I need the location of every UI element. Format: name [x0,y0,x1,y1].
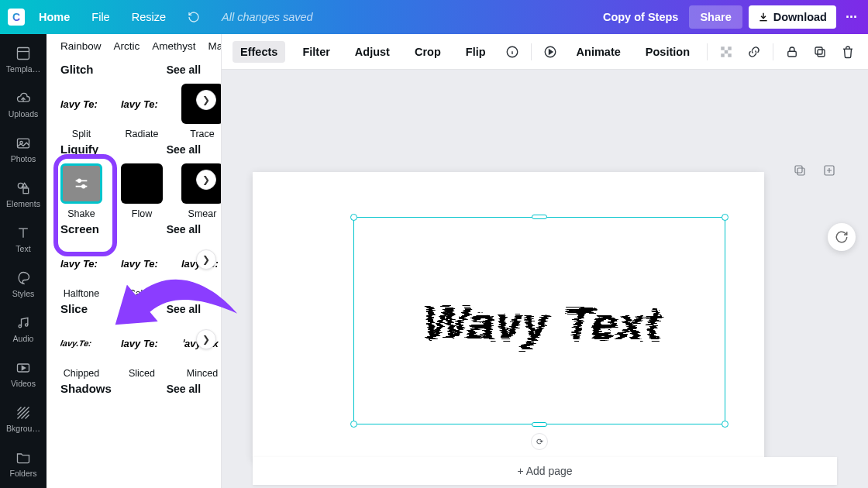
design-page[interactable]: ⟳ Wavy Text [253,172,764,460]
scroll-right-button[interactable]: ❯ [196,170,216,190]
add-page-button[interactable]: + Add page [253,457,837,485]
redo-fab[interactable] [828,223,856,251]
tab-animate[interactable]: Animate [569,41,629,63]
canvas-text[interactable]: Wavy Text [420,295,659,346]
transparency-icon[interactable] [717,43,735,61]
rail-styles[interactable]: Styles [0,262,46,307]
lock-icon[interactable] [783,43,801,61]
chip-rainbow[interactable]: Rainbow [60,40,102,52]
separator [531,43,532,60]
rail-text[interactable]: Text [0,217,46,262]
selection-box[interactable]: ⟳ Wavy Text [353,217,725,424]
svg-point-5 [19,325,21,328]
effect-categories: Rainbow Arctic Amethyst Marm [60,34,221,60]
svg-rect-14 [725,50,728,53]
thumb-radiate[interactable]: lavy Te:Radiate [121,84,163,139]
see-all-link[interactable]: See all [167,64,201,76]
effects-panel: Rainbow Arctic Amethyst Marm GlitchSee a… [46,34,222,488]
svg-rect-12 [721,46,725,50]
section-title: Shadows [60,382,112,395]
separator [707,43,708,60]
trash-icon[interactable] [839,43,857,61]
tab-filter[interactable]: Filter [294,41,337,63]
see-all-link[interactable]: See all [167,383,201,395]
left-rail: Templa… Uploads Photos Elements Text Sty… [0,34,46,488]
undo-button[interactable] [180,0,208,34]
share-button[interactable]: Share [689,5,742,29]
section-glitch: GlitchSee all lavy Te:Split lavy Te:Radi… [60,63,221,139]
svg-rect-0 [18,48,29,60]
section-title: Slice [60,302,88,315]
svg-rect-19 [815,47,822,54]
svg-rect-16 [728,53,732,57]
download-button[interactable]: Download [749,5,836,29]
scroll-right-button[interactable]: ❯ [196,90,216,110]
rotate-handle[interactable]: ⟳ [531,433,548,450]
rail-uploads[interactable]: Uploads [0,82,46,127]
svg-rect-4 [23,188,29,194]
animate-icon[interactable] [541,43,560,61]
chip-arctic[interactable]: Arctic [114,40,140,52]
section-screen: ScreenSee all lavy Te:Halftone lavy Te:C… [60,222,221,299]
more-menu[interactable]: ··· [842,9,860,26]
rail-photos[interactable]: Photos [0,127,46,172]
section-shadows: ShadowsSee all [60,382,221,395]
file-menu[interactable]: File [84,0,117,34]
tune-icon [63,166,100,201]
save-status: All changes saved [214,11,313,23]
rail-templates[interactable]: Templa… [0,37,46,82]
rail-videos[interactable]: Videos [0,352,46,397]
svg-rect-18 [818,50,825,57]
info-icon[interactable] [503,43,522,61]
canvas-stage[interactable]: ⟳ Wavy Text + Add page [222,70,868,488]
tab-adjust[interactable]: Adjust [347,41,398,63]
duplicate-icon[interactable] [811,43,829,61]
copy-page-icon[interactable] [790,161,809,180]
svg-rect-13 [728,46,732,50]
link-icon[interactable] [745,43,763,61]
thumb-flow[interactable]: Flow [121,163,163,219]
separator [773,43,773,60]
chip-amethyst[interactable]: Amethyst [152,40,195,52]
rail-background[interactable]: Bkgrou… [0,397,46,442]
add-page-icon[interactable] [820,161,839,180]
section-liquify: LiquifySee all Shake Flow Smear Smud ❯ [60,143,221,219]
rail-audio[interactable]: Audio [0,307,46,352]
workspace: Effects Filter Adjust Crop Flip Animate … [222,34,868,488]
see-all-link[interactable]: See all [167,143,201,156]
svg-rect-15 [721,53,725,57]
tab-position[interactable]: Position [638,41,698,63]
thumb-halftone[interactable]: lavy Te:Halftone [60,243,102,299]
tab-flip[interactable]: Flip [458,41,494,63]
tab-effects[interactable]: Effects [232,41,285,63]
canvas-toolbar: Effects Filter Adjust Crop Flip Animate … [222,34,868,70]
rail-elements[interactable]: Elements [0,172,46,217]
tab-crop[interactable]: Crop [407,41,449,63]
svg-rect-17 [788,51,797,57]
section-title: Liquify [60,143,98,156]
thumb-calico[interactable]: lavy Te:Calico [121,243,163,299]
rail-folders[interactable]: Folders [0,442,46,486]
see-all-link[interactable]: See all [167,223,201,235]
scroll-right-button[interactable]: ❯ [196,249,216,270]
chip-marm[interactable]: Marm [208,40,221,52]
resize-menu[interactable]: Resize [124,0,174,34]
section-title: Glitch [60,63,94,76]
thumb-split[interactable]: lavy Te:Split [60,84,102,139]
thumb-chipped[interactable]: lavy.Te:Chipped [60,323,102,379]
document-title[interactable]: Copy of Steps [603,11,678,23]
scroll-right-button[interactable]: ❯ [196,329,216,349]
see-all-link[interactable]: See all [167,303,201,315]
section-title: Screen [60,222,99,235]
home-button[interactable]: Home [31,0,78,34]
resize-edge[interactable] [532,215,547,219]
thumb-shake[interactable]: Shake [60,163,102,219]
resize-handle[interactable] [350,421,357,428]
resize-handle[interactable] [722,214,728,221]
thumb-sliced[interactable]: lavy Te:Sliced [121,323,163,379]
resize-handle[interactable] [350,214,357,221]
resize-handle[interactable] [722,421,728,428]
app-logo[interactable]: C [8,9,25,26]
resize-edge[interactable] [532,422,547,427]
svg-rect-21 [795,166,802,173]
